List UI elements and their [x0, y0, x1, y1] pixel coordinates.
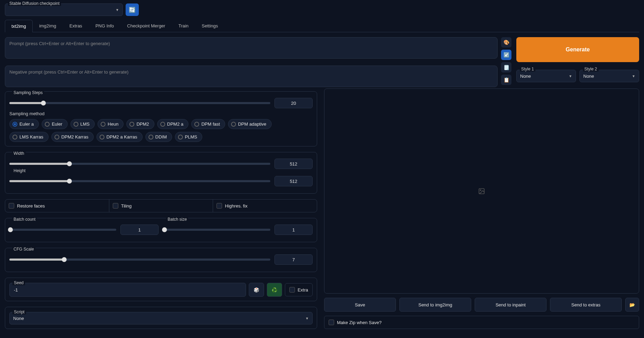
height-slider[interactable] — [9, 180, 270, 182]
script-group: Script None ▼ — [5, 307, 317, 329]
prompt-input[interactable]: Prompt (press Ctrl+Enter or Alt+Enter to… — [5, 37, 498, 59]
width-row: Width 512 — [9, 159, 313, 169]
radio-icon — [12, 122, 17, 127]
width-slider[interactable] — [9, 163, 270, 165]
dimensions-group: Width 512 Height 512 — [5, 152, 317, 194]
batch-count-row: Batch count 1 — [9, 225, 159, 235]
checkbox-icon — [217, 203, 222, 209]
checkpoint-select[interactable]: Stable Diffusion checkpoint ▼ — [5, 3, 123, 16]
batch-size-row: Batch size 1 — [163, 225, 313, 235]
sampler-dpm-adaptive[interactable]: DPM adaptive — [228, 119, 272, 129]
batch-count-input[interactable]: 1 — [120, 225, 159, 235]
prompt-column: Prompt (press Ctrl+Enter or Alt+Enter to… — [5, 37, 511, 87]
seed-input[interactable]: Seed -1 — [9, 283, 246, 297]
batch-size-slider[interactable] — [163, 229, 270, 231]
height-row: Height 512 — [9, 176, 313, 186]
batch-size-input[interactable]: 1 — [274, 225, 313, 235]
sampling-group: Sampling Steps 20 Sampling method Euler … — [5, 91, 317, 146]
cfg-input[interactable]: 7 — [274, 254, 313, 265]
radio-icon — [45, 122, 50, 127]
params-column: Sampling Steps 20 Sampling method Euler … — [5, 88, 317, 329]
cfg-row: CFG Scale 7 — [9, 254, 313, 265]
tabs: txt2imgimg2imgExtrasPNG InfoCheckpoint M… — [5, 19, 639, 32]
sampler-dpm-fast[interactable]: DPM fast — [191, 119, 225, 129]
radio-icon — [74, 122, 78, 127]
tab-checkpoint-merger[interactable]: Checkpoint Merger — [120, 19, 172, 32]
paste-button[interactable]: 🗒️ — [501, 62, 511, 73]
generate-button[interactable]: Generate — [516, 37, 639, 62]
style1-label: Style 1 — [520, 67, 535, 71]
restore-faces-checkbox[interactable]: Restore faces — [5, 200, 109, 212]
sampling-steps-slider[interactable] — [9, 102, 270, 104]
prompt-row: Prompt (press Ctrl+Enter or Alt+Enter to… — [5, 37, 511, 87]
folder-icon: 📂 — [629, 302, 635, 307]
tab-train[interactable]: Train — [172, 19, 195, 32]
tab-img2img[interactable]: img2img — [33, 19, 63, 32]
sampler-dpm2-karras[interactable]: DPM2 Karras — [51, 132, 94, 142]
style2-label: Style 2 — [583, 67, 599, 71]
checkbox-group: Restore faces Tiling Highres. fix — [5, 199, 317, 212]
height-input[interactable]: 512 — [274, 176, 313, 186]
tab-settings[interactable]: Settings — [195, 19, 224, 32]
radio-icon — [129, 122, 134, 127]
main-columns: Prompt (press Ctrl+Enter or Alt+Enter to… — [5, 37, 639, 87]
prompt-placeholder: Prompt (press Ctrl+Enter or Alt+Enter to… — [9, 41, 110, 46]
sampler-heun[interactable]: Heun — [98, 119, 124, 129]
sampler-dpm2[interactable]: DPM2 — [126, 119, 154, 129]
highres-fix-checkbox[interactable]: Highres. fix — [213, 200, 317, 212]
sampler-euler-a[interactable]: Euler a — [9, 119, 39, 129]
chevron-down-icon: ▼ — [305, 316, 309, 320]
width-input[interactable]: 512 — [274, 159, 313, 169]
open-folder-button[interactable]: 📂 — [625, 298, 639, 312]
svg-point-1 — [480, 189, 481, 191]
script-select[interactable]: Script None ▼ — [9, 312, 313, 324]
seed-group: Seed -1 🎲 ♻️ Extra — [5, 278, 317, 301]
radio-icon — [100, 135, 104, 140]
batch-count-slider[interactable] — [9, 229, 116, 231]
negative-prompt-input[interactable]: Negative prompt (press Ctrl+Enter or Alt… — [5, 66, 498, 87]
cfg-slider[interactable] — [9, 259, 270, 261]
make-zip-checkbox[interactable]: Make Zip when Save? — [324, 316, 639, 329]
reload-checkpoint-button[interactable]: 🔄 — [126, 3, 139, 16]
sampling-steps-input[interactable]: 20 — [274, 98, 313, 108]
checkpoint-label: Stable Diffusion checkpoint — [8, 1, 61, 6]
checkbox-icon — [289, 287, 295, 293]
dice-icon: 🎲 — [254, 287, 259, 293]
radio-icon — [54, 135, 59, 140]
sampler-lms-karras[interactable]: LMS Karras — [9, 132, 49, 142]
extra-checkbox[interactable]: Extra — [285, 283, 313, 296]
style1-select[interactable]: None ▼ — [516, 70, 576, 82]
send-extras-button[interactable]: Send to extras — [550, 298, 622, 312]
prompt-stack: Prompt (press Ctrl+Enter or Alt+Enter to… — [5, 37, 498, 87]
sampler-lms[interactable]: LMS — [70, 119, 95, 129]
tab-png-info[interactable]: PNG Info — [89, 19, 120, 32]
send-img2img-button[interactable]: Send to img2img — [399, 298, 471, 312]
tiling-checkbox[interactable]: Tiling — [109, 200, 213, 212]
style1-wrap: Style 1 None ▼ — [516, 70, 576, 82]
styles-button[interactable]: 🎨 — [501, 37, 511, 48]
sampling-steps-row: Sampling Steps 20 — [9, 98, 313, 108]
style2-select[interactable]: None ▼ — [579, 70, 639, 82]
sampler-ddim[interactable]: DDIM — [145, 132, 172, 142]
apply-button[interactable]: ↙️ — [501, 50, 511, 60]
sampler-plms[interactable]: PLMS — [175, 132, 202, 142]
sampler-dpm2-a[interactable]: DPM2 a — [157, 119, 189, 129]
tab-txt2img[interactable]: txt2img — [5, 20, 33, 32]
checkbox-row: Restore faces Tiling Highres. fix — [5, 200, 317, 212]
clipboard-button[interactable]: 📋 — [501, 75, 511, 85]
sampler-euler[interactable]: Euler — [42, 119, 67, 129]
tab-extras[interactable]: Extras — [63, 19, 89, 32]
radio-icon — [160, 122, 165, 127]
send-inpaint-button[interactable]: Send to inpaint — [475, 298, 546, 312]
random-seed-button[interactable]: 🎲 — [249, 283, 264, 297]
reuse-seed-button[interactable]: ♻️ — [267, 283, 282, 297]
seed-row: Seed -1 🎲 ♻️ Extra — [9, 283, 313, 297]
sampling-method-label: Sampling method — [9, 111, 313, 116]
chevron-down-icon: ▼ — [632, 74, 635, 78]
checkbox-icon — [113, 203, 118, 209]
recycle-icon: ♻️ — [272, 287, 277, 293]
save-button[interactable]: Save — [324, 298, 396, 312]
sampler-dpm2-a-karras[interactable]: DPM2 a Karras — [96, 132, 143, 142]
style-row: Style 1 None ▼ Style 2 None ▼ — [516, 66, 639, 82]
checkpoint-row: Stable Diffusion checkpoint ▼ 🔄 — [5, 3, 639, 16]
